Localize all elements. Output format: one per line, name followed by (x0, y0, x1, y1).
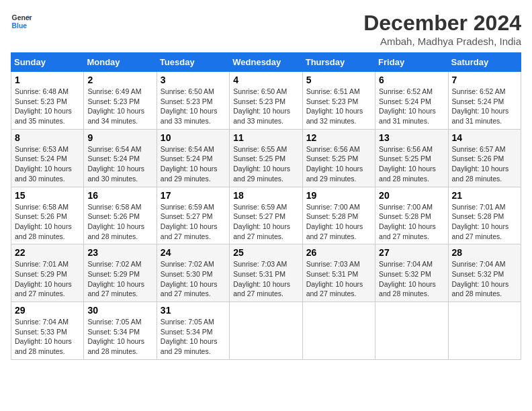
day-number: 1 (15, 75, 80, 85)
day-info: Sunrise: 6:49 AM Sunset: 5:23 PM Dayligh… (87, 87, 152, 126)
calendar-cell: 22Sunrise: 7:01 AM Sunset: 5:29 PM Dayli… (11, 244, 84, 302)
calendar-cell (448, 302, 521, 360)
day-number: 13 (379, 132, 444, 143)
day-info: Sunrise: 7:03 AM Sunset: 5:31 PM Dayligh… (233, 259, 298, 299)
calendar-cell: 5Sunrise: 6:51 AM Sunset: 5:23 PM Daylig… (302, 72, 375, 130)
calendar-body: 1Sunrise: 6:48 AM Sunset: 5:23 PM Daylig… (11, 72, 521, 360)
calendar-cell: 17Sunrise: 6:59 AM Sunset: 5:27 PM Dayli… (157, 187, 229, 244)
day-info: Sunrise: 6:59 AM Sunset: 5:27 PM Dayligh… (161, 202, 226, 242)
calendar-cell: 18Sunrise: 6:59 AM Sunset: 5:27 PM Dayli… (230, 187, 302, 244)
day-info: Sunrise: 6:58 AM Sunset: 5:26 PM Dayligh… (87, 202, 152, 242)
day-info: Sunrise: 6:52 AM Sunset: 5:24 PM Dayligh… (379, 87, 444, 126)
day-number: 6 (379, 75, 444, 85)
day-info: Sunrise: 6:51 AM Sunset: 5:23 PM Dayligh… (306, 87, 371, 126)
weekday-wednesday: Wednesday (230, 53, 302, 72)
calendar-cell: 12Sunrise: 6:56 AM Sunset: 5:25 PM Dayli… (302, 129, 375, 187)
svg-text:Blue: Blue (12, 22, 28, 30)
calendar-cell: 14Sunrise: 6:57 AM Sunset: 5:26 PM Dayli… (448, 129, 521, 187)
day-number: 25 (233, 247, 298, 258)
day-info: Sunrise: 7:04 AM Sunset: 5:33 PM Dayligh… (15, 317, 80, 357)
day-number: 24 (161, 247, 226, 258)
day-number: 8 (15, 132, 80, 143)
calendar-cell: 3Sunrise: 6:50 AM Sunset: 5:23 PM Daylig… (157, 72, 229, 130)
calendar-cell: 25Sunrise: 7:03 AM Sunset: 5:31 PM Dayli… (230, 244, 302, 302)
day-info: Sunrise: 7:00 AM Sunset: 5:28 PM Dayligh… (379, 202, 444, 242)
calendar-cell: 10Sunrise: 6:54 AM Sunset: 5:24 PM Dayli… (157, 129, 229, 187)
day-info: Sunrise: 6:55 AM Sunset: 5:25 PM Dayligh… (233, 144, 298, 184)
calendar-table: SundayMondayTuesdayWednesdayThursdayFrid… (11, 52, 521, 360)
weekday-sunday: Sunday (11, 53, 84, 72)
calendar-cell: 23Sunrise: 7:02 AM Sunset: 5:29 PM Dayli… (84, 244, 157, 302)
day-info: Sunrise: 6:56 AM Sunset: 5:25 PM Dayligh… (306, 144, 371, 184)
day-number: 30 (87, 305, 152, 316)
day-info: Sunrise: 7:03 AM Sunset: 5:31 PM Dayligh… (306, 259, 371, 299)
calendar-cell: 30Sunrise: 7:05 AM Sunset: 5:34 PM Dayli… (84, 302, 157, 360)
title-block: December 2024 Ambah, Madhya Pradesh, Ind… (363, 11, 521, 47)
day-info: Sunrise: 6:54 AM Sunset: 5:24 PM Dayligh… (87, 144, 152, 184)
day-number: 23 (87, 247, 152, 258)
calendar-header: SundayMondayTuesdayWednesdayThursdayFrid… (11, 53, 521, 72)
calendar-cell: 26Sunrise: 7:03 AM Sunset: 5:31 PM Dayli… (302, 244, 375, 302)
calendar-cell (302, 302, 375, 360)
day-number: 16 (87, 190, 152, 201)
calendar-week-5: 29Sunrise: 7:04 AM Sunset: 5:33 PM Dayli… (11, 302, 521, 360)
calendar-cell (375, 302, 448, 360)
day-number: 5 (306, 75, 371, 85)
calendar-cell: 6Sunrise: 6:52 AM Sunset: 5:24 PM Daylig… (375, 72, 448, 130)
day-number: 10 (161, 132, 226, 143)
weekday-saturday: Saturday (448, 53, 521, 72)
calendar-week-3: 15Sunrise: 6:58 AM Sunset: 5:26 PM Dayli… (11, 187, 521, 244)
day-info: Sunrise: 7:01 AM Sunset: 5:29 PM Dayligh… (15, 259, 80, 299)
day-info: Sunrise: 7:00 AM Sunset: 5:28 PM Dayligh… (306, 202, 371, 242)
calendar-cell: 15Sunrise: 6:58 AM Sunset: 5:26 PM Dayli… (11, 187, 84, 244)
day-info: Sunrise: 7:05 AM Sunset: 5:34 PM Dayligh… (87, 317, 152, 357)
calendar-cell: 28Sunrise: 7:04 AM Sunset: 5:32 PM Dayli… (448, 244, 521, 302)
weekday-header-row: SundayMondayTuesdayWednesdayThursdayFrid… (11, 53, 521, 72)
day-number: 2 (87, 75, 152, 85)
calendar-week-1: 1Sunrise: 6:48 AM Sunset: 5:23 PM Daylig… (11, 72, 521, 130)
day-number: 11 (233, 132, 298, 143)
day-info: Sunrise: 6:50 AM Sunset: 5:23 PM Dayligh… (161, 87, 226, 126)
day-number: 9 (87, 132, 152, 143)
weekday-tuesday: Tuesday (157, 53, 229, 72)
day-number: 14 (452, 132, 517, 143)
day-number: 4 (233, 75, 298, 85)
day-number: 15 (15, 190, 80, 201)
day-number: 3 (161, 75, 226, 85)
day-info: Sunrise: 6:53 AM Sunset: 5:24 PM Dayligh… (15, 144, 80, 184)
calendar-cell: 9Sunrise: 6:54 AM Sunset: 5:24 PM Daylig… (84, 129, 157, 187)
day-info: Sunrise: 7:02 AM Sunset: 5:29 PM Dayligh… (87, 259, 152, 299)
logo: General Blue (11, 11, 32, 32)
day-number: 27 (379, 247, 444, 258)
calendar-cell: 21Sunrise: 7:01 AM Sunset: 5:28 PM Dayli… (448, 187, 521, 244)
location: Ambah, Madhya Pradesh, India (363, 36, 521, 47)
day-info: Sunrise: 7:02 AM Sunset: 5:30 PM Dayligh… (161, 259, 226, 299)
day-info: Sunrise: 6:57 AM Sunset: 5:26 PM Dayligh… (452, 144, 517, 184)
day-info: Sunrise: 7:01 AM Sunset: 5:28 PM Dayligh… (452, 202, 517, 242)
day-number: 31 (161, 305, 226, 316)
calendar-cell: 20Sunrise: 7:00 AM Sunset: 5:28 PM Dayli… (375, 187, 448, 244)
calendar-cell: 8Sunrise: 6:53 AM Sunset: 5:24 PM Daylig… (11, 129, 84, 187)
day-number: 18 (233, 190, 298, 201)
weekday-friday: Friday (375, 53, 448, 72)
day-info: Sunrise: 6:56 AM Sunset: 5:25 PM Dayligh… (379, 144, 444, 184)
calendar-week-2: 8Sunrise: 6:53 AM Sunset: 5:24 PM Daylig… (11, 129, 521, 187)
day-info: Sunrise: 6:52 AM Sunset: 5:24 PM Dayligh… (452, 87, 517, 126)
weekday-thursday: Thursday (302, 53, 375, 72)
day-number: 21 (452, 190, 517, 201)
page-header: General Blue December 2024 Ambah, Madhya… (11, 11, 521, 47)
day-number: 26 (306, 247, 371, 258)
day-number: 17 (161, 190, 226, 201)
calendar-cell: 31Sunrise: 7:05 AM Sunset: 5:34 PM Dayli… (157, 302, 229, 360)
day-info: Sunrise: 7:05 AM Sunset: 5:34 PM Dayligh… (161, 317, 226, 357)
day-number: 28 (452, 247, 517, 258)
day-number: 19 (306, 190, 371, 201)
calendar-cell: 4Sunrise: 6:50 AM Sunset: 5:23 PM Daylig… (230, 72, 302, 130)
calendar-cell: 29Sunrise: 7:04 AM Sunset: 5:33 PM Dayli… (11, 302, 84, 360)
calendar-cell: 19Sunrise: 7:00 AM Sunset: 5:28 PM Dayli… (302, 187, 375, 244)
calendar-cell: 16Sunrise: 6:58 AM Sunset: 5:26 PM Dayli… (84, 187, 157, 244)
calendar-cell: 24Sunrise: 7:02 AM Sunset: 5:30 PM Dayli… (157, 244, 229, 302)
calendar-cell: 27Sunrise: 7:04 AM Sunset: 5:32 PM Dayli… (375, 244, 448, 302)
day-info: Sunrise: 7:04 AM Sunset: 5:32 PM Dayligh… (379, 259, 444, 299)
calendar-cell (230, 302, 302, 360)
